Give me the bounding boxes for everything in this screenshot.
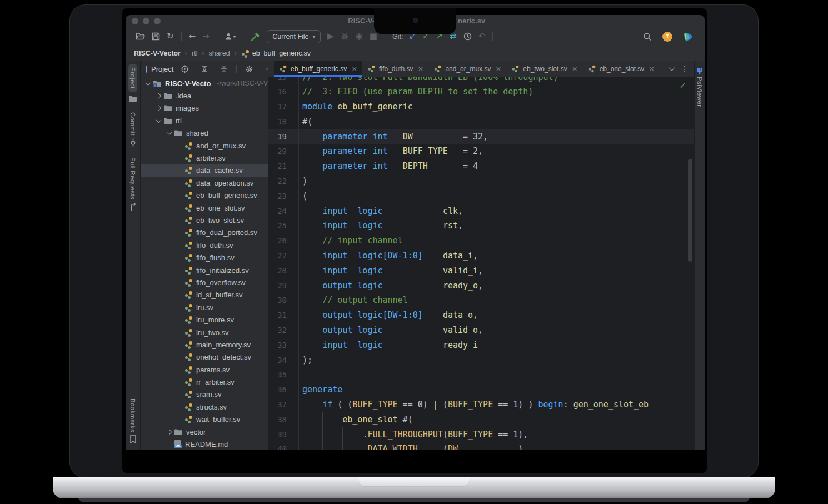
build-icon[interactable]: [251, 32, 260, 41]
tree-item[interactable]: and_or_mux.sv: [141, 139, 268, 152]
tool-stripe-item-project[interactable]: Project: [128, 64, 137, 104]
tree-item[interactable]: rtl: [141, 114, 268, 127]
minimize-window-button[interactable]: [143, 18, 149, 24]
close-window-button[interactable]: [132, 18, 138, 24]
tree-item[interactable]: fifo_flush.sv: [141, 251, 268, 263]
forward-icon[interactable]: →: [202, 32, 210, 41]
tree-item[interactable]: fifo_overflow.sv: [141, 276, 268, 288]
line-number[interactable]: 28: [268, 263, 298, 278]
stop-icon[interactable]: ■: [370, 32, 377, 41]
tree-chevron-closed-icon[interactable]: [154, 106, 163, 110]
zoom-window-button[interactable]: [154, 18, 161, 24]
tree-item[interactable]: fifo_dual_ported.sv: [141, 227, 268, 239]
tree-item[interactable]: sram.sv: [141, 388, 268, 401]
line-number[interactable]: 29: [268, 278, 298, 293]
tab-close-icon[interactable]: ×: [417, 64, 423, 73]
search-everywhere-icon[interactable]: [643, 32, 652, 41]
tree-chevron-open-icon[interactable]: [154, 119, 163, 123]
line-number[interactable]: 17: [268, 99, 298, 114]
tree-item[interactable]: onehot_detect.sv: [141, 351, 268, 363]
line-number[interactable]: 35: [268, 367, 298, 382]
line-number[interactable]: 24: [268, 204, 298, 219]
line-number[interactable]: 31: [268, 308, 298, 323]
line-number[interactable]: 39: [268, 427, 298, 442]
tree-item[interactable]: .idea: [141, 89, 268, 102]
tree-item[interactable]: params.sv: [141, 363, 268, 376]
tree-item[interactable]: wait_buffer.sv: [141, 413, 268, 426]
line-number[interactable]: 23: [268, 189, 298, 204]
editor-tab[interactable]: eb_one_slot.sv×: [583, 61, 660, 77]
tab-close-icon[interactable]: ×: [649, 64, 655, 73]
tree-item[interactable]: structs.sv: [141, 401, 268, 413]
tree-chevron-closed-icon[interactable]: [154, 94, 163, 98]
plugin-logo-icon[interactable]: [683, 32, 694, 42]
tree-item[interactable]: fifo_initialized.sv: [141, 264, 268, 276]
tool-stripe-item-pull-requests[interactable]: Pull Requests: [129, 157, 137, 212]
tree-item[interactable]: RISC-V-Vector~/work/RISC-V-V: [141, 77, 268, 89]
settings-gear-icon[interactable]: [245, 65, 253, 73]
debug-icon[interactable]: [341, 32, 349, 41]
collapse-all-icon[interactable]: [220, 65, 228, 73]
open-project-icon[interactable]: [136, 32, 145, 41]
tab-options-kebab-icon[interactable]: ⋮: [681, 64, 689, 73]
tree-item[interactable]: lru_more.sv: [141, 313, 268, 326]
inspections-ok-check-icon[interactable]: ✓: [679, 81, 686, 91]
line-number[interactable]: 36: [268, 382, 298, 397]
tree-item[interactable]: MDREADME.md: [141, 438, 268, 450]
sync-icon[interactable]: ↻: [167, 32, 174, 41]
line-number[interactable]: 30: [268, 293, 298, 308]
line-number[interactable]: 20: [268, 144, 298, 159]
line-number[interactable]: 38: [268, 412, 298, 427]
tool-stripe-item-commit[interactable]: Commit: [129, 112, 137, 149]
editor-tab[interactable]: eb_two_slot.sv×: [506, 61, 582, 77]
ide-update-available-icon[interactable]: ↑: [662, 32, 672, 42]
tree-item[interactable]: shared: [141, 127, 268, 139]
line-number[interactable]: 22: [268, 174, 298, 189]
rollback-icon[interactable]: ↶: [478, 32, 486, 41]
line-number[interactable]: 26: [268, 233, 298, 248]
hidden-tabs-chevron-icon[interactable]: [669, 64, 675, 71]
breadcrumb-item[interactable]: rtl: [192, 49, 197, 57]
tree-chevron-closed-icon[interactable]: [164, 430, 174, 434]
line-number[interactable]: 19: [268, 129, 298, 144]
editor-scrollbar-thumb[interactable]: [688, 159, 692, 262]
profile-icon[interactable]: ▾: [225, 32, 236, 41]
tab-close-icon[interactable]: ×: [495, 64, 501, 73]
tree-item[interactable]: data_cache.sv: [141, 164, 268, 177]
tool-stripe-item-psiviewer[interactable]: ψPsiViewer: [696, 65, 703, 107]
run-icon[interactable]: ▶: [327, 32, 334, 41]
tree-item[interactable]: main_memory.sv: [141, 338, 268, 351]
line-number[interactable]: 32: [268, 323, 298, 338]
tree-item[interactable]: ld_st_buffer.sv: [141, 289, 268, 301]
tree-chevron-open-icon[interactable]: [143, 82, 153, 86]
tree-item[interactable]: rr_arbiter.sv: [141, 376, 268, 388]
editor-tab[interactable]: fifo_duth.sv×: [362, 61, 428, 77]
line-number[interactable]: 34: [268, 353, 298, 368]
tool-stripe-item-bookmarks[interactable]: Bookmarks: [129, 398, 137, 445]
tree-item[interactable]: arbiter.sv: [141, 152, 268, 164]
breadcrumb-item[interactable]: eb_buff_generic.sv: [241, 49, 311, 58]
line-number[interactable]: 18: [268, 114, 298, 129]
tree-item[interactable]: fifo_duth.sv: [141, 239, 268, 251]
tab-close-icon[interactable]: ×: [572, 64, 578, 73]
line-number[interactable]: 15: [268, 77, 298, 84]
tree-chevron-open-icon[interactable]: [164, 131, 174, 135]
tree-item[interactable]: eb_one_slot.sv: [141, 202, 268, 214]
line-number[interactable]: 37: [268, 397, 298, 412]
line-number[interactable]: 21: [268, 159, 298, 174]
line-number[interactable]: 16: [268, 84, 298, 99]
tree-item[interactable]: data_operation.sv: [141, 177, 268, 189]
line-number[interactable]: 40: [268, 442, 298, 450]
save-all-icon[interactable]: [152, 32, 160, 41]
run-with-coverage-icon[interactable]: ◉: [356, 32, 363, 41]
editor-tab[interactable]: and_or_mux.sv×: [428, 61, 506, 77]
code-editor[interactable]: 15// 2: Two slot Full bandwidth EB (100%…: [268, 77, 694, 450]
tree-item[interactable]: lru.sv: [141, 301, 268, 313]
run-configuration-dropdown[interactable]: Current File▾: [267, 30, 321, 43]
editor-tab[interactable]: eb_buff_generic.sv×: [274, 61, 362, 77]
history-icon[interactable]: [463, 32, 472, 41]
tab-close-icon[interactable]: ×: [351, 64, 357, 73]
breadcrumb-item[interactable]: RISC-V-Vector: [134, 49, 181, 57]
back-icon[interactable]: ←: [189, 32, 196, 41]
locate-file-icon[interactable]: [181, 65, 189, 73]
